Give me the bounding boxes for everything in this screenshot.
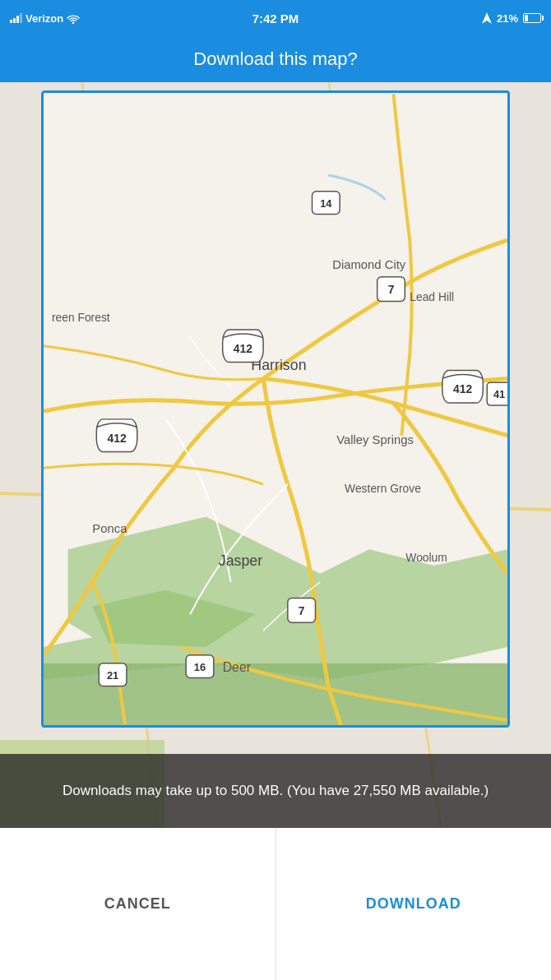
svg-text:412: 412	[107, 432, 126, 445]
info-text: Downloads may take up to 500 MB. (You ha…	[46, 780, 505, 802]
svg-text:Diamond City: Diamond City	[332, 258, 406, 271]
svg-point-0	[72, 21, 75, 24]
page-header: Download this map?	[0, 36, 551, 82]
cancel-button[interactable]: CANCEL	[0, 828, 276, 980]
svg-text:412: 412	[234, 342, 252, 355]
map-area: Diamond City Lead Hill Harrison Valley S…	[0, 82, 551, 828]
page-title: Download this map?	[193, 49, 357, 70]
battery-icon	[523, 13, 541, 23]
download-button[interactable]: DOWNLOAD	[276, 828, 552, 980]
map-svg: Diamond City Lead Hill Harrison Valley S…	[44, 93, 507, 725]
svg-text:Jasper: Jasper	[219, 552, 262, 569]
carrier-label: Verizon	[25, 12, 63, 25]
svg-text:Western Grove: Western Grove	[345, 482, 421, 495]
status-right: 21%	[482, 12, 541, 25]
wifi-icon	[67, 13, 80, 24]
svg-text:Deer: Deer	[223, 660, 252, 674]
svg-text:7: 7	[299, 604, 305, 617]
svg-text:16: 16	[194, 661, 206, 673]
info-bar: Downloads may take up to 500 MB. (You ha…	[0, 754, 551, 828]
bottom-bar: CANCEL DOWNLOAD	[0, 828, 551, 980]
signal-bars-icon	[10, 13, 22, 23]
svg-text:Woolum: Woolum	[405, 551, 447, 564]
svg-text:41: 41	[493, 388, 505, 400]
svg-text:7: 7	[388, 283, 395, 296]
svg-text:Valley Springs: Valley Springs	[336, 433, 414, 446]
status-time: 7:42 PM	[252, 12, 299, 25]
location-icon	[482, 12, 492, 24]
svg-text:reen Forest: reen Forest	[52, 311, 110, 324]
status-left: Verizon	[10, 12, 80, 25]
battery-percent: 21%	[497, 12, 518, 25]
map-frame: Diamond City Lead Hill Harrison Valley S…	[41, 90, 510, 728]
status-bar: Verizon 7:42 PM 21%	[0, 0, 551, 36]
battery-fill	[525, 15, 528, 21]
svg-text:412: 412	[453, 382, 472, 395]
svg-text:14: 14	[320, 197, 332, 210]
svg-text:Lead Hill: Lead Hill	[410, 290, 454, 303]
svg-text:Ponca: Ponca	[92, 522, 127, 535]
svg-text:21: 21	[107, 669, 118, 682]
